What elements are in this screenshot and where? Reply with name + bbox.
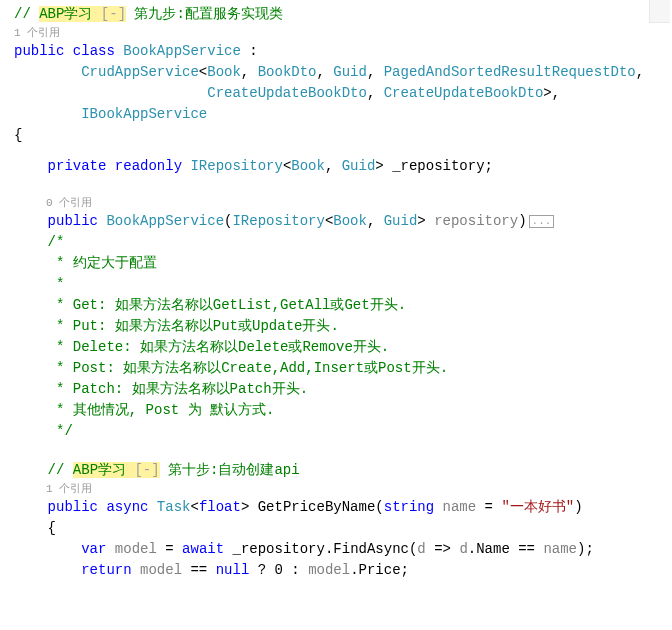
comment-prefix: //: [48, 462, 73, 478]
code-line[interactable]: public async Task<float> GetPriceByName(…: [0, 497, 672, 518]
abp-tag: ABP学习: [73, 462, 126, 478]
code-line[interactable]: // ABP学习 [-] 第九步:配置服务实现类: [0, 4, 672, 25]
code-line[interactable]: *: [0, 274, 672, 295]
code-line[interactable]: IBookAppService: [0, 104, 672, 125]
type-arg: Book: [207, 64, 241, 80]
code-line[interactable]: * Put: 如果方法名称以Put或Update开头.: [0, 316, 672, 337]
kw-string: string: [384, 499, 434, 515]
code-line[interactable]: CrudAppService<Book, BookDto, Guid, Page…: [0, 62, 672, 83]
code-line[interactable]: * Post: 如果方法名称以Create,Add,Insert或Post开头.: [0, 358, 672, 379]
local-var: model: [140, 562, 182, 578]
codelens-references[interactable]: 1 个引用: [0, 481, 672, 497]
type-arg: Book: [333, 213, 367, 229]
code-line[interactable]: /*: [0, 232, 672, 253]
param-ref: name: [543, 541, 577, 557]
comment-prefix: //: [14, 6, 39, 22]
type-arg: PagedAndSortedResultRequestDto: [384, 64, 636, 80]
code-line[interactable]: private readonly IRepository<Book, Guid>…: [0, 156, 672, 177]
codelens-references[interactable]: 1 个引用: [0, 25, 672, 41]
block-comment-line: * Put: 如果方法名称以Put或Update开头.: [48, 318, 339, 334]
type-arg: BookDto: [258, 64, 317, 80]
comment-text: 第九步:配置服务实现类: [126, 6, 283, 22]
code-line[interactable]: * Delete: 如果方法名称以Delete或Remove开头.: [0, 337, 672, 358]
abp-tag: ABP学习: [39, 6, 92, 22]
code-line[interactable]: // ABP学习 [-] 第十步:自动创建api: [0, 460, 672, 481]
blank-line: [0, 442, 672, 460]
type-arg: CreateUpdateBookDto: [207, 85, 367, 101]
lambda-param: d: [417, 541, 425, 557]
field-ref: _repository: [233, 541, 325, 557]
base-class: CrudAppService: [81, 64, 199, 80]
outline-toggle[interactable]: [-]: [92, 6, 126, 22]
type-irepository: IRepository: [190, 158, 282, 174]
block-comment-line: * Patch: 如果方法名称以Patch开头.: [48, 381, 308, 397]
param-name: name: [443, 499, 477, 515]
code-editor[interactable]: // ABP学习 [-] 第九步:配置服务实现类 1 个引用 public cl…: [0, 0, 672, 581]
kw-await: await: [182, 541, 224, 557]
lambda-arrow: =>: [426, 541, 460, 557]
type-task: Task: [157, 499, 191, 515]
ternary-colon: :: [283, 562, 308, 578]
ternary-q: ?: [249, 562, 274, 578]
kw-readonly: readonly: [115, 158, 182, 174]
blank-line: [0, 146, 672, 156]
block-comment-line: * 约定大于配置: [48, 255, 157, 271]
eq: =: [476, 499, 501, 515]
code-line[interactable]: {: [0, 518, 672, 539]
kw-public: public: [14, 43, 64, 59]
method-call: FindAsync: [333, 541, 409, 557]
field-name: _repository: [392, 158, 484, 174]
block-comment-line: * Get: 如果方法名称以GetList,GetAll或Get开头.: [48, 297, 406, 313]
colon: :: [241, 43, 258, 59]
type-arg: Guid: [333, 64, 367, 80]
type-irepository: IRepository: [232, 213, 324, 229]
block-comment-line: * Post: 如果方法名称以Create,Add,Insert或Post开头.: [48, 360, 448, 376]
block-comment-close: */: [48, 423, 73, 439]
brace-open: {: [48, 520, 56, 536]
kw-public: public: [48, 213, 98, 229]
kw-public: public: [48, 499, 98, 515]
code-line[interactable]: public BookAppService(IRepository<Book, …: [0, 211, 672, 232]
kw-float: float: [199, 499, 241, 515]
kw-return: return: [81, 562, 131, 578]
code-line[interactable]: * 约定大于配置: [0, 253, 672, 274]
eq-op: ==: [510, 541, 544, 557]
type-arg: Guid: [384, 213, 418, 229]
outline-toggle[interactable]: [-]: [126, 462, 160, 478]
blank-line: [0, 177, 672, 195]
kw-async: async: [106, 499, 148, 515]
code-line[interactable]: var model = await _repository.FindAsync(…: [0, 539, 672, 560]
code-line[interactable]: * 其他情况, Post 为 默认方式.: [0, 400, 672, 421]
local-var: model: [115, 541, 157, 557]
kw-null: null: [216, 562, 250, 578]
code-line[interactable]: public class BookAppService :: [0, 41, 672, 62]
interface-name: IBookAppService: [81, 106, 207, 122]
code-line[interactable]: CreateUpdateBookDto, CreateUpdateBookDto…: [0, 83, 672, 104]
eq-op: ==: [182, 562, 216, 578]
kw-class: class: [73, 43, 115, 59]
lambda-param: d: [459, 541, 467, 557]
code-line[interactable]: {: [0, 125, 672, 146]
kw-var: var: [81, 541, 106, 557]
kw-private: private: [48, 158, 107, 174]
code-line[interactable]: * Patch: 如果方法名称以Patch开头.: [0, 379, 672, 400]
method-name: GetPriceByName: [258, 499, 376, 515]
comment-text: 第十步:自动创建api: [160, 462, 300, 478]
brace-open: {: [14, 127, 22, 143]
number-literal: 0: [275, 562, 283, 578]
type-arg: Guid: [342, 158, 376, 174]
fold-ellipsis[interactable]: ...: [529, 215, 555, 228]
code-line[interactable]: * Get: 如果方法名称以GetList,GetAll或Get开头.: [0, 295, 672, 316]
code-line[interactable]: */: [0, 421, 672, 442]
local-var: model: [308, 562, 350, 578]
param-name: repository: [434, 213, 518, 229]
class-name: BookAppService: [123, 43, 241, 59]
block-comment-line: *: [48, 276, 65, 292]
type-arg: CreateUpdateBookDto: [384, 85, 544, 101]
string-literal: "一本好书": [501, 499, 574, 515]
block-comment-line: * Delete: 如果方法名称以Delete或Remove开头.: [48, 339, 390, 355]
type-arg: Book: [291, 158, 325, 174]
code-line[interactable]: return model == null ? 0 : model.Price;: [0, 560, 672, 581]
block-comment-open: /*: [48, 234, 65, 250]
codelens-references[interactable]: 0 个引用: [0, 195, 672, 211]
